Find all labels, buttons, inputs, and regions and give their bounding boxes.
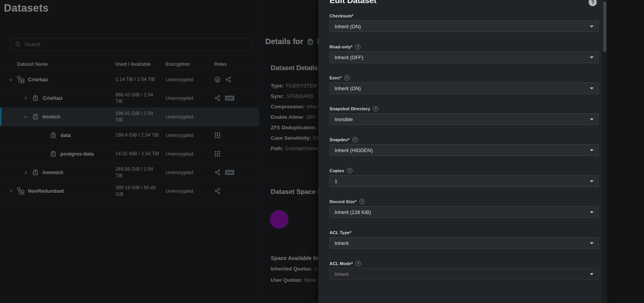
share-icon[interactable] <box>225 76 232 83</box>
select-read-only[interactable]: Inherit (OFF) <box>330 51 599 63</box>
dataset-name[interactable]: data <box>60 132 71 138</box>
form-field-snapshot-directory: Snapshot Directory ? Invisible <box>330 106 599 137</box>
select-exec[interactable]: Inherit (ON) <box>330 82 599 94</box>
detail-item: ZFS Deduplication: <box>271 122 322 133</box>
chevron-down-icon <box>590 118 594 120</box>
select-value: Inherit (ON) <box>335 86 361 91</box>
select-copies[interactable]: 1 <box>330 175 599 187</box>
search-icon <box>15 41 21 47</box>
field-help-icon[interactable]: ? <box>347 168 352 173</box>
chevron-down-icon <box>590 242 594 244</box>
chevron-right-icon[interactable] <box>6 187 15 195</box>
apps-icon[interactable] <box>214 132 221 139</box>
table-row[interactable]: inmmich 269.85 GiB / 2.54 TiB Unencrypte… <box>0 163 259 182</box>
table-row[interactable]: CrisHaiz 686.42 GiB / 2.54 TiB Unencrypt… <box>0 89 259 108</box>
table-row-selected[interactable]: Immich 198.41 GiB / 2.54 TiB Unencrypted <box>0 108 259 126</box>
form-field-acl-type: ACL Type* Inherit <box>330 229 599 260</box>
panel-scrollbar[interactable] <box>602 0 607 303</box>
encryption-value: Unencrypted <box>166 108 193 126</box>
field-label: Record Size* <box>330 199 357 204</box>
table-row[interactable]: NonRedundant 399.18 GiB / 50.45 GiB Unen… <box>0 182 259 200</box>
column-header-encryption[interactable]: Encryption <box>166 62 190 67</box>
chevron-spacer <box>46 131 48 140</box>
share-icon[interactable] <box>214 95 221 101</box>
dataset-icon <box>32 169 39 176</box>
smb-share-badge[interactable]: SMB <box>225 170 234 175</box>
detail-item: Case Sensitivity:ON <box>271 133 322 143</box>
layers-icon[interactable] <box>214 76 221 83</box>
field-help-icon[interactable]: ? <box>359 199 365 204</box>
column-header-roles[interactable]: Roles <box>214 62 227 67</box>
encryption-value: Unencrypted <box>166 70 193 89</box>
field-help-icon[interactable]: ? <box>355 44 361 50</box>
roles-cell: SMB <box>214 89 234 107</box>
scrollbar-thumb[interactable] <box>603 2 606 52</box>
chevron-down-icon <box>590 26 594 27</box>
encryption-value: Unencrypted <box>166 163 193 181</box>
dataset-name[interactable]: CrisHaiz <box>28 77 48 82</box>
share-icon[interactable] <box>214 169 221 176</box>
dataset-name[interactable]: postgres-data <box>60 151 94 157</box>
select-value: Inherit (HIDDEN) <box>335 147 373 153</box>
used-available-value: 198.4 GiB / 2.54 TiB <box>115 126 160 144</box>
select-record-size[interactable]: Inherit (128 KiB) <box>330 206 599 218</box>
dataset-root-icon <box>17 76 24 83</box>
roles-cell <box>214 145 221 163</box>
table-row[interactable]: postgres-data 14.02 MiB / 2.54 TiB Unenc… <box>0 145 259 163</box>
datasets-table-pane: Dataset Name Used / Available Encryption… <box>0 0 259 303</box>
field-help-icon[interactable]: ? <box>352 137 358 142</box>
field-label: Snapdev* <box>330 137 350 142</box>
form-field-checksum: Checksum* Inherit (ON) <box>330 13 599 44</box>
select-acl-type[interactable]: Inherit <box>330 237 599 249</box>
field-label: Exec* <box>330 75 342 80</box>
dataset-name[interactable]: CrisHaiz <box>43 95 63 101</box>
form-field-read-only: Read-only* ? Inherit (OFF) <box>330 44 599 75</box>
select-checksum[interactable]: Inherit (ON) <box>330 21 599 32</box>
chevron-right-icon[interactable] <box>21 94 30 103</box>
select-value: Inherit (128 KiB) <box>335 209 371 215</box>
form-field-exec: Exec* ? Inherit (ON) <box>330 75 599 106</box>
form-field-snapdev: Snapdev* ? Inherit (HIDDEN) <box>330 137 599 168</box>
table-row[interactable]: CrisHaiz 1.14 TiB / 2.54 TiB Unencrypted <box>0 70 259 89</box>
column-header-used-available[interactable]: Used / Available <box>115 62 151 67</box>
table-row[interactable]: data 198.4 GiB / 2.54 TiB Unencrypted <box>0 126 259 145</box>
dataset-icon <box>50 150 57 157</box>
field-label: Checksum* <box>330 14 354 18</box>
select-value: Inherit (ON) <box>335 24 361 29</box>
edit-form-fields: Checksum* Inherit (ON) Read-only* ? Inhe… <box>330 13 599 291</box>
select-snapshot-directory[interactable]: Invisible <box>330 113 599 125</box>
edit-dataset-panel: Edit Dataset ? Checksum* Inherit (ON) Re… <box>318 0 607 303</box>
dataset-name[interactable]: Immich <box>43 114 60 120</box>
chevron-right-icon[interactable] <box>21 168 30 177</box>
select-snapdev[interactable]: Inherit (HIDDEN) <box>330 144 599 156</box>
select-value: Invisible <box>335 116 353 122</box>
apps-icon[interactable] <box>214 151 221 157</box>
select-value: Inherit <box>335 271 349 277</box>
share-icon[interactable] <box>214 188 221 194</box>
field-help-icon[interactable]: ? <box>373 106 378 111</box>
user-quotas-line: User Quotas:None <box>271 277 316 283</box>
chevron-down-icon[interactable] <box>6 75 15 84</box>
chevron-down-icon <box>590 273 594 275</box>
help-icon[interactable]: ? <box>589 0 597 6</box>
table-header: Dataset Name Used / Available Encryption… <box>0 58 259 70</box>
dataset-icon <box>32 94 39 102</box>
smb-share-badge[interactable]: SMB <box>225 96 234 101</box>
dataset-name[interactable]: inmmich <box>43 169 63 175</box>
chevron-down-icon[interactable] <box>21 113 30 121</box>
detail-value: CrisHaiz/Immich <box>285 146 322 151</box>
field-help-icon[interactable]: ? <box>344 75 350 80</box>
field-label: Read-only* <box>330 45 352 49</box>
detail-item: Path:CrisHaiz/Immich <box>271 143 322 154</box>
used-available-value: 686.42 GiB / 2.54 TiB <box>115 89 160 107</box>
dataset-details-card-title: Dataset Details <box>271 64 318 72</box>
search-input[interactable] <box>24 41 248 47</box>
dataset-name[interactable]: NonRedundant <box>28 188 64 194</box>
used-available-value: 198.41 GiB / 2.54 TiB <box>115 108 160 126</box>
column-header-dataset-name[interactable]: Dataset Name <box>17 62 48 67</box>
dataset-icon <box>32 113 39 120</box>
field-help-icon[interactable]: ? <box>355 261 361 266</box>
form-field-copies: Copies ? 1 <box>330 168 599 199</box>
form-field-record-size: Record Size* ? Inherit (128 KiB) <box>330 199 599 229</box>
detail-item: Sync:STANDARD <box>271 91 322 101</box>
